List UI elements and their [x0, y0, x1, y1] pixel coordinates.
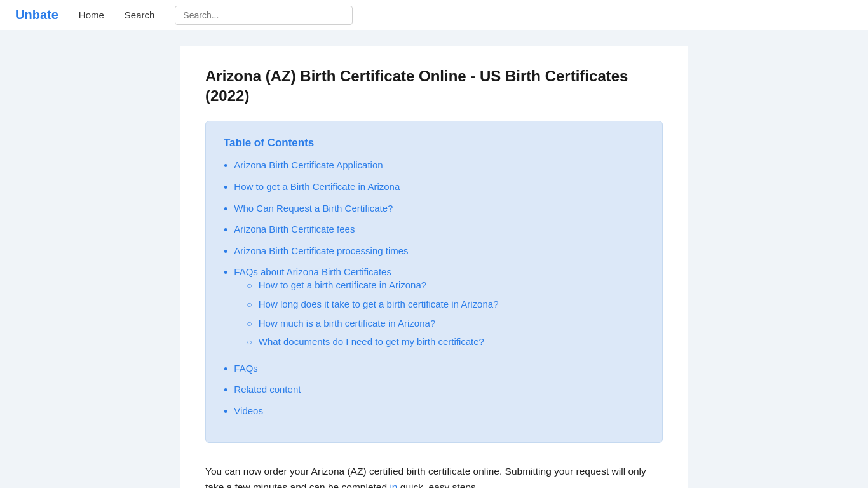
content-area: Arizona (AZ) Birth Certificate Online - …	[180, 46, 688, 488]
toc-link-2[interactable]: How to get a Birth Certificate in Arizon…	[234, 181, 400, 192]
toc-link-9[interactable]: Videos	[234, 405, 263, 416]
navbar: Unbate Home Search	[0, 0, 868, 30]
list-item: • FAQs about Arizona Birth Certificates …	[224, 266, 644, 355]
toc-link-7[interactable]: FAQs	[234, 363, 258, 374]
sub-bullet-icon: ○	[247, 280, 252, 292]
intro-text-after: quick, easy steps.	[397, 482, 478, 488]
toc-list: • Arizona Birth Certificate Application …	[224, 159, 644, 419]
toc-sublink-3[interactable]: How much is a birth certificate in Arizo…	[259, 318, 435, 329]
toc-sublink-1[interactable]: How to get a birth certificate in Arizon…	[259, 280, 426, 290]
search-bar	[175, 6, 353, 25]
bullet-icon: •	[224, 159, 227, 173]
list-item: ○ What documents do I need to get my bir…	[234, 336, 498, 349]
toc-sublink-4[interactable]: What documents do I need to get my birth…	[259, 336, 484, 347]
bullet-icon: •	[224, 245, 227, 259]
list-item: • Arizona Birth Certificate processing t…	[224, 245, 644, 259]
nav-search[interactable]: Search	[125, 10, 155, 20]
bullet-icon: •	[224, 266, 227, 280]
toc-link-6[interactable]: FAQs about Arizona Birth Certificates	[234, 266, 391, 277]
brand-logo[interactable]: Unbate	[15, 8, 58, 22]
list-item: • Arizona Birth Certificate fees	[224, 224, 644, 238]
list-item: • Who Can Request a Birth Certificate?	[224, 203, 644, 217]
sub-bullet-icon: ○	[247, 299, 252, 311]
nav-home[interactable]: Home	[79, 10, 104, 20]
list-item: • Related content	[224, 384, 644, 398]
toc-link-1[interactable]: Arizona Birth Certificate Application	[234, 159, 383, 170]
toc-sublink-2[interactable]: How long does it take to get a birth cer…	[259, 299, 499, 309]
page-wrapper: Arizona (AZ) Birth Certificate Online - …	[0, 30, 868, 488]
toc-sublist: ○ How to get a birth certificate in Ariz…	[234, 280, 498, 348]
bullet-icon: •	[224, 384, 227, 398]
bullet-icon: •	[224, 405, 227, 419]
toc-link-5[interactable]: Arizona Birth Certificate processing tim…	[234, 245, 408, 256]
bullet-icon: •	[224, 181, 227, 195]
sub-bullet-icon: ○	[247, 318, 252, 330]
toc-item-with-sub: FAQs about Arizona Birth Certificates ○ …	[234, 266, 498, 355]
intro-highlight: in	[390, 482, 397, 488]
bullet-icon: •	[224, 203, 227, 217]
table-of-contents: Table of Contents • Arizona Birth Certif…	[205, 121, 663, 442]
list-item: ○ How long does it take to get a birth c…	[234, 299, 498, 311]
page-title: Arizona (AZ) Birth Certificate Online - …	[205, 66, 663, 105]
bullet-icon: •	[224, 363, 227, 377]
list-item: ○ How much is a birth certificate in Ari…	[234, 318, 498, 330]
search-input[interactable]	[175, 6, 353, 25]
toc-link-8[interactable]: Related content	[234, 384, 301, 395]
toc-link-4[interactable]: Arizona Birth Certificate fees	[234, 224, 355, 234]
list-item: • How to get a Birth Certificate in Ariz…	[224, 181, 644, 195]
bullet-icon: •	[224, 224, 227, 238]
list-item: ○ How to get a birth certificate in Ariz…	[234, 280, 498, 292]
intro-paragraph: You can now order your Arizona (AZ) cert…	[205, 463, 663, 489]
list-item: • FAQs	[224, 363, 644, 377]
sub-bullet-icon: ○	[247, 336, 252, 349]
list-item: • Arizona Birth Certificate Application	[224, 159, 644, 173]
list-item: • Videos	[224, 405, 644, 419]
toc-link-3[interactable]: Who Can Request a Birth Certificate?	[234, 203, 393, 214]
toc-heading: Table of Contents	[224, 137, 644, 149]
